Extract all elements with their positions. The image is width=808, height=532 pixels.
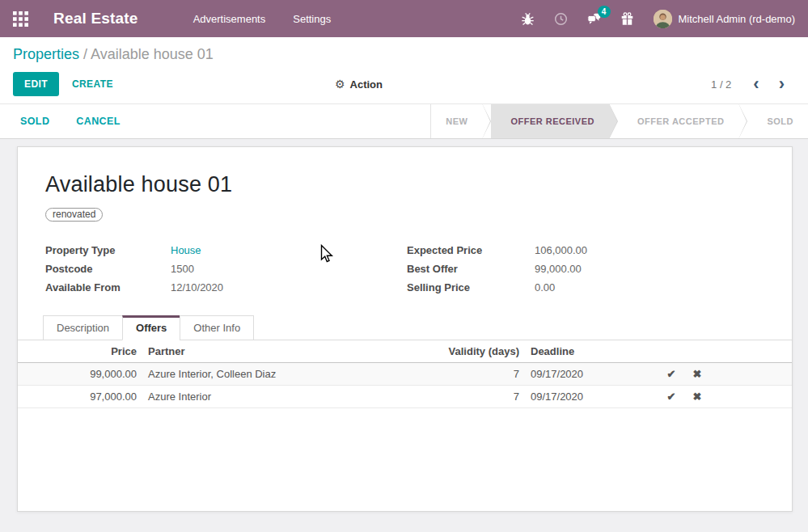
accept-offer-check-icon[interactable]: ✔ [658, 386, 684, 408]
offers-table: Price Partner Validity (days) Deadline 9… [18, 340, 792, 408]
control-panel: Properties / Available house 01 EDIT CRE… [0, 37, 808, 103]
col-header-validity[interactable]: Validity (days) [441, 340, 522, 363]
refuse-offer-close-icon[interactable]: ✖ [684, 363, 710, 386]
statusbar: SOLD CANCEL NEW OFFER RECEIVED OFFER ACC… [0, 103, 808, 139]
tab-offers[interactable]: Offers [122, 315, 180, 340]
breadcrumb-current: Available house 01 [91, 46, 214, 62]
tab-other-info[interactable]: Other Info [180, 315, 254, 340]
menu-advertisements[interactable]: Advertisements [183, 8, 277, 30]
main-menu: Advertisements Settings [183, 8, 342, 30]
offer-validity: 7 [441, 363, 522, 386]
breadcrumb: Properties / Available house 01 [13, 46, 795, 63]
field-grid: Property Type House Postcode 1500 Availa… [45, 244, 764, 293]
form-sheet: Available house 01 renovated Property Ty… [17, 146, 793, 512]
step-offer-accepted[interactable]: OFFER ACCEPTED [618, 104, 738, 138]
navbar-systray: 4 Mitchell Admin (rd-demo) [521, 10, 796, 28]
pager-previous-chevron-icon[interactable]: ‹ [749, 76, 763, 92]
col-header-partner[interactable]: Partner [140, 340, 441, 363]
app-title[interactable]: Real Estate [53, 10, 138, 27]
pager-value: 1 / 2 [711, 78, 731, 91]
col-header-price[interactable]: Price [18, 340, 140, 363]
tag-renovated[interactable]: renovated [45, 208, 103, 222]
table-row[interactable]: 99,000.00 Azure Interior, Colleen Diaz 7… [18, 363, 792, 386]
col-header-deadline[interactable]: Deadline [522, 340, 658, 363]
offers-table-header: Price Partner Validity (days) Deadline [18, 340, 792, 363]
offer-validity: 7 [441, 386, 522, 408]
postcode-value: 1500 [171, 263, 407, 275]
page-title: Available house 01 [45, 172, 764, 197]
user-menu[interactable]: Mitchell Admin (rd-demo) [654, 10, 796, 28]
offer-deadline: 09/17/2020 [522, 386, 658, 408]
step-new[interactable]: NEW [431, 104, 482, 138]
offer-deadline: 09/17/2020 [522, 363, 658, 386]
selling-price-value: 0.00 [535, 281, 764, 293]
refuse-offer-close-icon[interactable]: ✖ [684, 386, 710, 408]
step-sold[interactable]: SOLD [747, 104, 808, 138]
action-label: Action [350, 78, 383, 91]
cancel-button[interactable]: CANCEL [76, 116, 120, 127]
content-area: Available house 01 renovated Property Ty… [0, 139, 808, 532]
action-menu-button[interactable]: ⚙ Action [335, 78, 383, 91]
pager: 1 / 2 ‹ › [711, 76, 789, 92]
offer-price: 99,000.00 [18, 363, 140, 386]
debug-bug-icon[interactable] [521, 11, 535, 26]
offer-partner: Azure Interior, Colleen Diaz [140, 363, 441, 386]
offer-price: 97,000.00 [18, 386, 140, 408]
apps-grid-icon[interactable] [13, 10, 31, 27]
expected-price-label: Expected Price [407, 244, 535, 256]
best-offer-label: Best Offer [407, 263, 535, 275]
pager-next-chevron-icon[interactable]: › [775, 76, 789, 92]
accept-offer-check-icon[interactable]: ✔ [658, 363, 684, 386]
user-avatar [654, 10, 672, 28]
step-offer-received[interactable]: OFFER RECEIVED [491, 104, 609, 138]
edit-button[interactable]: EDIT [13, 72, 59, 96]
breadcrumb-parent-link[interactable]: Properties [13, 46, 79, 62]
tab-description[interactable]: Description [43, 315, 123, 340]
menu-settings[interactable]: Settings [282, 8, 341, 30]
postcode-label: Postcode [45, 263, 171, 275]
status-pipeline: NEW OFFER RECEIVED OFFER ACCEPTED SOLD [430, 104, 808, 138]
available-from-value: 12/10/2020 [171, 281, 407, 293]
sold-button[interactable]: SOLD [20, 116, 49, 127]
gift-icon[interactable] [620, 11, 635, 26]
notebook-tabs: Description Offers Other Info [18, 315, 792, 340]
property-type-value-link[interactable]: House [171, 244, 407, 256]
available-from-label: Available From [45, 281, 171, 293]
activities-clock-icon[interactable] [554, 11, 569, 26]
property-type-label: Property Type [45, 244, 171, 256]
expected-price-value: 106,000.00 [535, 244, 764, 256]
messages-count-badge: 4 [598, 6, 611, 18]
control-panel-buttons: EDIT CREATE ⚙ Action 1 / 2 ‹ › [13, 72, 795, 96]
table-row[interactable]: 97,000.00 Azure Interior 7 09/17/2020 ✔ … [18, 386, 792, 408]
top-navbar: Real Estate Advertisements Settings [0, 0, 808, 37]
selling-price-label: Selling Price [407, 281, 535, 293]
gear-icon: ⚙ [335, 78, 345, 91]
messages-chat-icon[interactable]: 4 [587, 11, 602, 26]
user-name: Mitchell Admin (rd-demo) [679, 13, 796, 25]
best-offer-value: 99,000.00 [535, 263, 764, 275]
create-button[interactable]: CREATE [72, 78, 113, 90]
breadcrumb-separator: / [83, 46, 87, 62]
offer-partner: Azure Interior [140, 386, 441, 408]
statusbar-buttons: SOLD CANCEL [0, 104, 121, 138]
